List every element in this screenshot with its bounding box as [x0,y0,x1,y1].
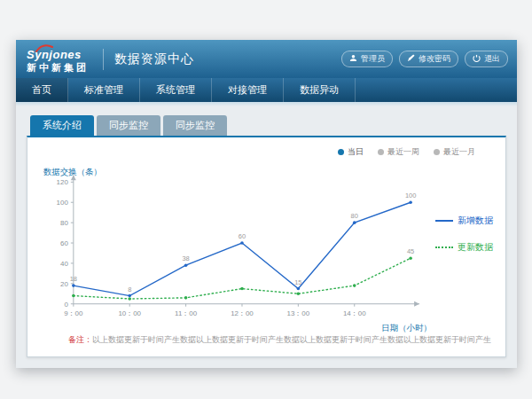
pencil-icon [407,54,415,64]
svg-text:20: 20 [60,280,68,288]
footnote-prefix: 备注： [68,335,92,344]
logout-icon [473,54,481,64]
filter-last-month-label: 最近一月 [443,146,475,158]
svg-text:45: 45 [407,247,414,255]
svg-text:8: 8 [128,286,131,293]
tab-bar: 系统介绍 同步监控 同步监控 [27,115,506,136]
svg-text:12：00: 12：00 [231,309,254,317]
nav-item-data-change[interactable]: 数据异动 [284,78,356,102]
header-divider [103,49,104,70]
logout-button[interactable]: 退出 [465,51,508,67]
header-actions: 管理员 修改密码 退出 [341,51,508,67]
user-icon [349,54,357,64]
legend-dot-icon [378,149,384,155]
tab-sync-monitor-1[interactable]: 同步监控 [97,115,160,136]
time-filter-legend: 当日 最近一周 最近一月 [338,146,475,158]
series-legend: 新增数据 更新数据 [435,164,493,334]
app-header: Synjones 新中新集团 数据资源中心 管理员 修改密码 [16,40,517,78]
svg-text:60: 60 [60,239,68,247]
svg-text:数据交换（条）: 数据交换（条） [43,167,102,176]
logo[interactable]: Synjones 新中新集团 [25,46,92,73]
svg-text:日期（小时）: 日期（小时） [381,323,432,332]
content-area: 系统介绍 同步监控 同步监控 当日 最近一周 最近一月 [16,106,517,368]
main-nav: 首页 标准管理 系统管理 对接管理 数据异动 [16,78,517,102]
series-legend-updated-data[interactable]: 更新数据 [435,241,493,254]
svg-text:80: 80 [351,212,358,220]
svg-text:120: 120 [57,178,69,186]
solid-line-icon [435,220,453,222]
svg-text:38: 38 [182,254,189,262]
change-password-button[interactable]: 修改密码 [399,51,458,67]
page-title: 数据资源中心 [114,51,194,67]
svg-text:14：00: 14：00 [343,309,366,317]
svg-text:9：00: 9：00 [64,309,83,317]
svg-text:10：00: 10：00 [118,309,141,317]
filter-last-week-label: 最近一周 [387,146,419,158]
svg-text:40: 40 [60,260,68,268]
svg-text:11：00: 11：00 [175,309,198,317]
svg-text:80: 80 [60,219,68,227]
app-window: Synjones 新中新集团 数据资源中心 管理员 修改密码 [16,40,517,368]
chart-row: 数据交换（条）日期（小时）0204060801001209：0010：0011：… [40,164,493,334]
footnote-text: 以上数据更新于时间产生数据以上数据更新于时间产生数据以上数据更新于时间产生数据以… [92,335,491,344]
desktop-background: Synjones 新中新集团 数据资源中心 管理员 修改密码 [0,0,532,399]
chart-panel: 当日 最近一周 最近一月 数据交换（条）日期（小时）02040608010012… [27,136,506,357]
tab-system-intro[interactable]: 系统介绍 [30,115,94,136]
svg-text:100: 100 [405,192,416,200]
svg-text:0: 0 [64,301,68,309]
svg-text:15: 15 [294,278,301,286]
logout-label: 退出 [484,53,500,65]
svg-text:60: 60 [239,232,246,240]
series-name: 新增数据 [458,215,493,227]
legend-dot-icon [434,149,440,155]
filter-today-label: 当日 [348,146,364,158]
filter-last-month[interactable]: 最近一月 [434,146,475,158]
logo-text: Synjones [27,49,89,60]
svg-text:100: 100 [57,199,69,207]
admin-user-button[interactable]: 管理员 [341,51,393,67]
filter-today[interactable]: 当日 [338,146,364,158]
dotted-line-icon [435,246,453,248]
tab-sync-monitor-2[interactable]: 同步监控 [163,115,227,136]
logo-subtext: 新中新集团 [27,63,89,73]
line-chart: 数据交换（条）日期（小时）0204060801001209：0010：0011：… [40,164,434,334]
series-name: 更新数据 [458,241,493,254]
nav-item-interface-mgmt[interactable]: 对接管理 [212,78,284,102]
legend-dot-icon [338,149,344,155]
nav-item-standard-mgmt[interactable]: 标准管理 [68,78,140,102]
filter-last-week[interactable]: 最近一周 [378,146,419,158]
change-password-label: 修改密码 [419,53,450,65]
admin-user-label: 管理员 [361,53,385,65]
nav-item-system-mgmt[interactable]: 系统管理 [140,78,212,102]
svg-text:13：00: 13：00 [287,309,310,317]
nav-item-home[interactable]: 首页 [16,78,68,102]
svg-text:18: 18 [70,275,77,283]
footnote: 备注：以上数据更新于时间产生数据以上数据更新于时间产生数据以上数据更新于时间产生… [68,334,491,346]
series-legend-new-data[interactable]: 新增数据 [435,215,493,227]
